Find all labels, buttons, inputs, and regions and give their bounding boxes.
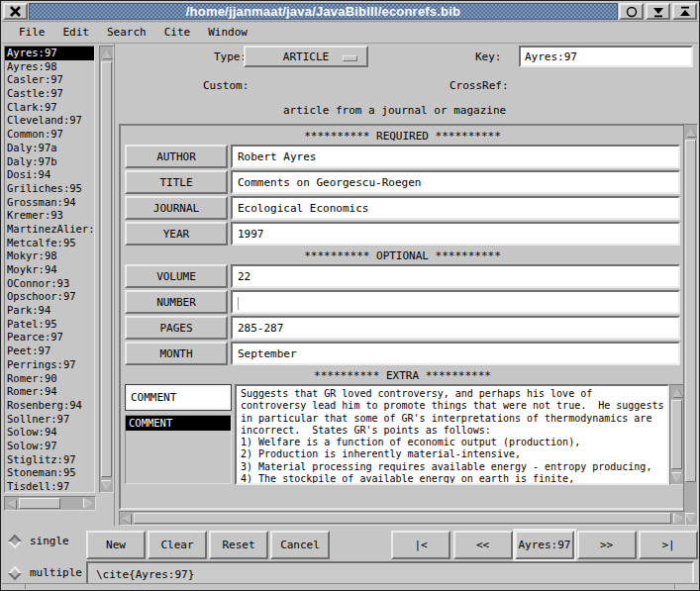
window-menu-circle-icon[interactable] [619,3,644,20]
scroll-up-icon[interactable] [100,47,113,60]
field-row: NUMBER [125,290,680,314]
field-label-button-number[interactable]: NUMBER [125,290,228,314]
menu-item-search[interactable]: Search [98,23,155,42]
field-row: TITLEComments on Georgescu-Roegen [125,170,680,194]
field-row: VOLUME22 [125,264,680,288]
field-label-button-volume[interactable]: VOLUME [125,264,228,288]
entry-list-item[interactable]: Daly:97a [5,142,94,155]
close-icon[interactable] [3,3,28,20]
entry-list-item[interactable]: Tisdell:97 [5,480,94,493]
entry-list-item[interactable]: Kremer:93 [5,209,94,223]
field-label-button-month[interactable]: MONTH [125,342,228,365]
nav-prev-button[interactable]: << [453,531,513,559]
entry-list-item[interactable]: Metcalfe:95 [5,237,94,250]
field-label-button-year[interactable]: YEAR [125,222,228,246]
scrollbar-thumb[interactable] [671,400,682,469]
field-input-number[interactable] [231,290,680,314]
scroll-right-icon[interactable] [672,512,685,525]
entry-list-item[interactable]: MartinezAlier:97 [5,223,94,237]
scrollbar-thumb[interactable] [134,513,671,524]
scroll-up-icon[interactable] [684,125,697,139]
entry-list-item[interactable]: Stiglitz:97 [5,453,94,467]
scrollbar-thumb[interactable] [19,498,60,509]
entry-list-item[interactable]: Perrings:97 [5,358,94,372]
entry-list-item[interactable]: Moykr:94 [5,263,94,277]
nav-first-button[interactable]: |< [391,531,450,559]
entry-list-item[interactable]: Castle:97 [5,87,94,101]
entry-list-item[interactable]: Cleveland:97 [5,114,94,128]
key-input[interactable]: Ayres:97 [519,46,693,67]
scroll-down-icon[interactable] [100,478,113,492]
entry-list-item[interactable]: Romer:90 [5,372,94,386]
keyword-input[interactable]: COMMENT [125,384,232,411]
clear-button[interactable]: Clear [148,531,207,559]
entry-type-description: article from a journal or magazine [283,104,506,117]
menu-item-window[interactable]: Window [199,23,256,42]
iconify-icon[interactable] [646,3,670,20]
entry-list-item[interactable]: Romer:94 [5,385,94,399]
nav-next-button[interactable]: >> [577,531,637,559]
reset-button[interactable]: Reset [209,531,268,559]
entry-list-item[interactable]: Opschoor:97 [5,290,94,304]
scroll-up-icon[interactable] [670,385,683,399]
entry-list-item[interactable]: Stoneman:95 [5,466,94,480]
scroll-left-icon[interactable] [5,497,18,510]
comment-textarea[interactable]: Suggests that GR loved controversy, and … [235,384,669,485]
field-label-button-journal[interactable]: JOURNAL [125,196,228,220]
menu-item-file[interactable]: File [10,23,54,42]
entry-list-item[interactable]: Solow:97 [5,440,94,453]
field-input-pages[interactable]: 285-287 [231,316,680,340]
entry-list-item[interactable]: Casler:97 [5,73,94,87]
entry-list-item[interactable]: OConnor:93 [5,277,94,291]
scrollbar-thumb[interactable] [685,140,696,482]
entry-list-item[interactable]: Park:94 [5,304,94,318]
entry-list-item[interactable]: Griliches:95 [5,182,94,196]
entry-list-item[interactable]: Dosi:94 [5,168,94,182]
new-button[interactable]: New [86,531,146,559]
entry-list-item[interactable]: Peet:97 [5,345,94,358]
mode-radio-single[interactable]: single [6,535,69,547]
maximize-icon[interactable] [672,3,697,20]
entry-list-item[interactable]: Common:97 [5,128,94,142]
entry-list-item[interactable]: Sollner:97 [5,413,94,427]
field-input-month[interactable]: September [231,342,680,365]
field-input-title[interactable]: Comments on Georgescu-Roegen [231,170,680,194]
entry-list-item[interactable]: Grossman:94 [5,196,94,210]
field-input-volume[interactable]: 22 [231,264,680,288]
nav-current-entry[interactable]: Ayres:97 [515,531,574,559]
cancel-button[interactable]: Cancel [270,531,330,559]
entry-list-item[interactable]: Ayres:98 [5,60,94,74]
entry-list-item[interactable]: Clark:97 [5,101,94,115]
entry-list-horizontal-scrollbar[interactable] [4,496,96,511]
entry-list-item[interactable]: Solow:94 [5,426,94,440]
field-label-button-pages[interactable]: PAGES [125,316,228,340]
entry-list-item[interactable]: Ayres:97 [5,47,94,60]
entry-editor-panel: Type: ARTICLE Key: Ayres:97 Custom: Cros… [114,44,698,526]
entry-list-item[interactable]: Rosenberg:94 [5,399,94,413]
mode-radio-multiple[interactable]: multiple [6,566,82,579]
comment-area: Suggests that GR loved controversy, and … [235,384,684,485]
field-label-button-author[interactable]: AUTHOR [125,145,228,168]
form-vertical-scrollbar[interactable] [683,124,698,526]
field-input-year[interactable]: 1997 [231,222,680,246]
field-label-button-title[interactable]: TITLE [125,170,228,194]
scrollbar-thumb[interactable] [101,61,112,477]
entry-list-vertical-scrollbar[interactable] [99,46,114,493]
menu-item-cite[interactable]: Cite [155,23,200,42]
radio-diamond-icon [8,534,22,547]
entry-list-item[interactable]: Pearce:97 [5,331,94,345]
entry-list-item[interactable]: Patel:95 [5,318,94,332]
scroll-right-icon[interactable] [82,497,95,510]
window-resize-frame[interactable] [2,583,698,589]
entry-list-item[interactable]: Mokyr:98 [5,249,94,263]
menu-item-edit[interactable]: Edit [54,23,99,42]
field-input-journal[interactable]: Ecological Economics [231,196,680,220]
entry-list-item[interactable]: Daly:97b [5,155,94,169]
keyword-list-item[interactable]: COMMENT [126,416,231,431]
type-dropdown[interactable]: ARTICLE [244,46,368,67]
scroll-down-icon[interactable] [670,470,683,484]
form-horizontal-scrollbar[interactable] [119,511,686,526]
scroll-left-icon[interactable] [120,512,133,525]
nav-last-button[interactable]: >| [639,531,698,559]
field-input-author[interactable]: Robert Ayres [231,145,680,168]
